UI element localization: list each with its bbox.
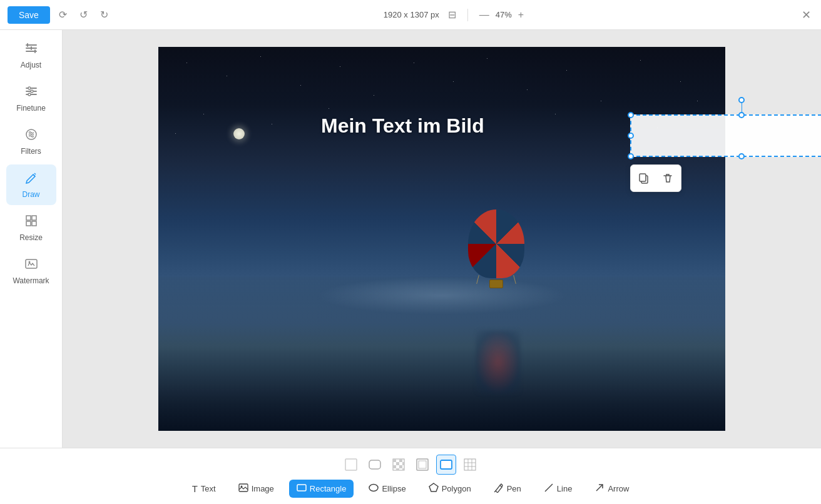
action-popup (630, 164, 681, 192)
svg-rect-39 (297, 485, 306, 491)
svg-rect-31 (441, 460, 452, 469)
delete-action-button[interactable] (657, 168, 678, 189)
sidebar-item-watermark-label: Watermark (13, 276, 49, 285)
divider (467, 9, 468, 21)
hot-air-balloon (465, 209, 528, 306)
shape-checkered[interactable] (389, 455, 409, 475)
shape-rounded[interactable] (365, 455, 385, 475)
svg-line-43 (596, 485, 603, 491)
svg-point-40 (369, 485, 378, 491)
svg-rect-25 (393, 465, 396, 468)
handle-bottom-center[interactable] (738, 153, 745, 159)
draw-tool-line[interactable]: Line (536, 480, 580, 498)
save-button[interactable]: Save (8, 6, 50, 24)
sidebar-item-draw-label: Draw (22, 190, 39, 199)
draw-tool-polygon[interactable]: Polygon (421, 480, 479, 498)
split-view-button[interactable]: ⊟ (444, 6, 460, 23)
sidebar-item-resize-label: Resize (19, 233, 43, 242)
zoom-out-button[interactable]: — (476, 7, 493, 23)
svg-rect-32 (464, 459, 476, 470)
ellipse-icon (369, 483, 379, 495)
draw-tool-polygon-label: Polygon (442, 484, 471, 493)
draw-tool-line-label: Line (557, 484, 573, 493)
shape-no-fill[interactable] (341, 455, 361, 475)
svg-rect-28 (402, 468, 404, 470)
image-size-label: 1920 x 1307 px (384, 10, 439, 19)
draw-tool-ellipse[interactable]: Ellipse (361, 480, 413, 498)
image-icon (238, 483, 248, 495)
shape-square-outline[interactable] (412, 455, 432, 475)
filters-icon (24, 128, 38, 144)
draw-icon (24, 171, 38, 188)
draw-tool-arrow[interactable]: Arrow (587, 480, 636, 498)
water-reflection (158, 277, 725, 431)
sidebar-item-filters-label: Filters (21, 147, 41, 156)
redo-button[interactable]: ↻ (96, 6, 112, 23)
close-button[interactable]: ✕ (799, 6, 813, 24)
draw-tool-image-label: Image (252, 484, 274, 493)
svg-point-8 (28, 93, 31, 96)
bottom-toolbar: T Text Image Rectangle (0, 448, 821, 504)
zoom-label: 47% (496, 10, 512, 19)
svg-rect-17 (640, 174, 646, 181)
selected-rectangle[interactable] (630, 114, 821, 157)
svg-rect-12 (26, 221, 31, 226)
sidebar-item-watermark[interactable]: Watermark (6, 251, 56, 291)
arrow-icon (594, 483, 604, 495)
history-button[interactable]: ⟳ (55, 6, 71, 23)
shape-rounded2[interactable] (436, 455, 456, 475)
svg-rect-5 (34, 49, 36, 53)
svg-rect-14 (26, 260, 37, 268)
resize-icon (24, 214, 38, 231)
svg-rect-10 (26, 216, 31, 220)
draw-tool-ellipse-label: Ellipse (382, 484, 405, 493)
sidebar-item-filters[interactable]: Filters (6, 121, 56, 162)
text-icon: T (192, 483, 198, 494)
polygon-icon (429, 483, 439, 495)
sidebar-item-draw[interactable]: Draw (6, 164, 56, 205)
draw-tool-pen[interactable]: Pen (486, 480, 529, 498)
balloon-body (468, 209, 524, 278)
svg-rect-3 (27, 43, 28, 47)
balloon-reflection (476, 331, 521, 393)
canvas-image-text: Mein Text im Bild (321, 114, 484, 138)
handle-top-left[interactable] (628, 112, 634, 118)
top-bar-center: 1920 x 1307 px ⊟ — 47% + (384, 6, 528, 23)
moon (233, 128, 245, 139)
handle-top-center[interactable] (738, 112, 745, 118)
top-bar-right: ✕ (799, 6, 813, 24)
watermark-icon (24, 257, 38, 274)
svg-point-7 (31, 90, 33, 93)
draw-tool-image[interactable]: Image (231, 480, 282, 498)
draw-tool-rectangle[interactable]: Rectangle (289, 480, 354, 498)
shape-options (341, 455, 480, 475)
svg-rect-13 (32, 221, 36, 226)
canvas-area[interactable]: Mein Text im Bild (63, 30, 821, 448)
pen-icon (494, 483, 504, 495)
svg-point-15 (28, 261, 30, 263)
undo-button[interactable]: ↺ (76, 6, 91, 23)
zoom-in-button[interactable]: + (514, 7, 528, 23)
rectangle-icon (297, 483, 307, 495)
sidebar-item-finetune-label: Finetune (16, 104, 46, 113)
copy-action-button[interactable] (633, 168, 655, 189)
svg-rect-37 (239, 484, 248, 491)
sidebar-item-resize[interactable]: Resize (6, 208, 56, 248)
draw-tool-text-label: Text (201, 484, 216, 493)
svg-marker-41 (429, 483, 438, 491)
handle-bottom-left[interactable] (628, 153, 634, 159)
shape-grid[interactable] (460, 455, 480, 475)
handle-middle-left[interactable] (628, 133, 634, 139)
image-canvas[interactable]: Mein Text im Bild (158, 47, 725, 431)
rotate-handle[interactable] (738, 97, 745, 103)
main-layout: Adjust Finetune (0, 30, 821, 448)
svg-rect-21 (393, 459, 396, 462)
draw-tool-text[interactable]: T Text (185, 480, 223, 497)
balloon-rope-right (513, 275, 516, 284)
sidebar-item-adjust[interactable]: Adjust (6, 35, 56, 76)
sidebar: Adjust Finetune (0, 30, 63, 448)
balloon-rope-left (476, 275, 479, 284)
sidebar-item-finetune[interactable]: Finetune (6, 78, 56, 119)
svg-rect-27 (396, 468, 399, 470)
draw-tool-arrow-label: Arrow (608, 484, 629, 493)
